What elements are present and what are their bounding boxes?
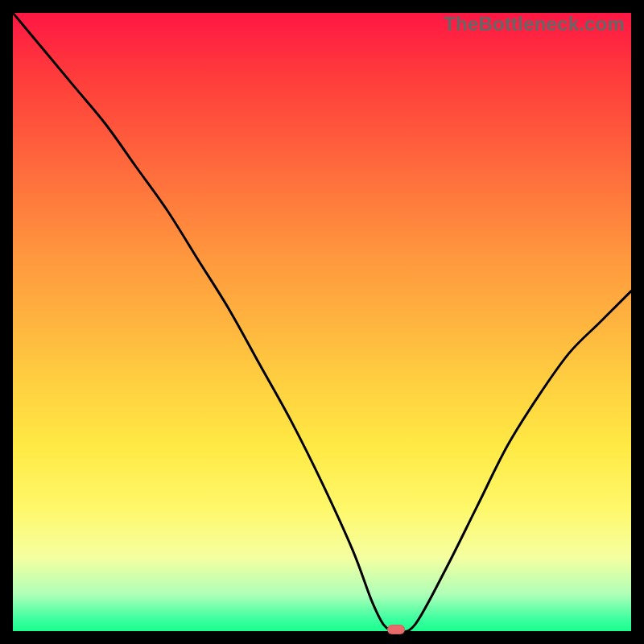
- chart-frame: TheBottleneck.com: [0, 0, 644, 644]
- bottleneck-curve: [13, 13, 631, 631]
- optimal-marker: [387, 625, 405, 634]
- curve-path: [13, 13, 631, 631]
- chart-plot-area: TheBottleneck.com: [13, 13, 631, 631]
